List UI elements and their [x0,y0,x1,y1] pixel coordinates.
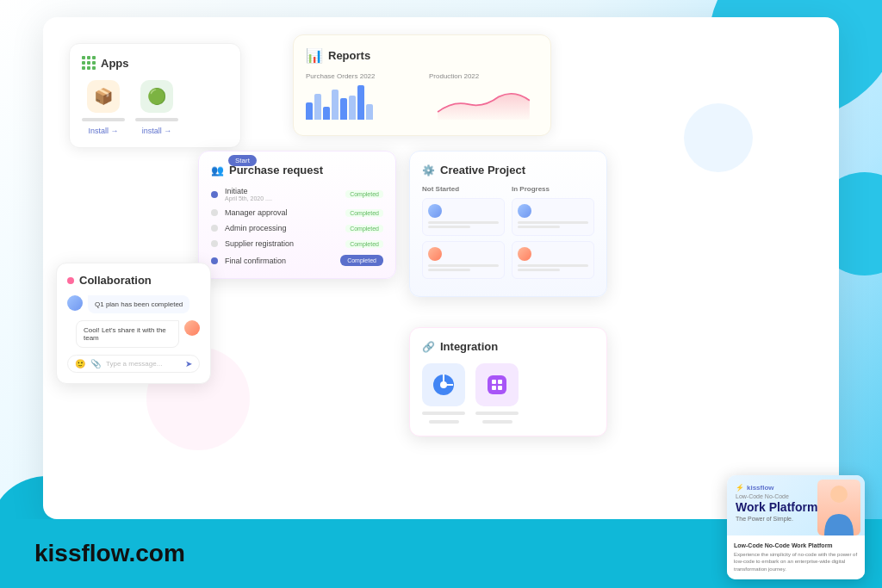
kanban-col-title-2: In Progress [512,185,594,193]
chat-text-1: Q1 plan has been completed [88,295,189,313]
svg-rect-6 [498,386,502,390]
reports-sections: Purchase Orders 2022 Production 2022 [306,72,538,123]
int-icon-purple [475,363,519,406]
kanban-col-title-1: Not Started [422,185,505,193]
bar-chart-po [306,85,415,120]
card-collab: Collaboration Q1 plan has been completed… [56,263,211,384]
kissflow-logo-icon: ⚡ [736,484,744,492]
attach-icon: 📎 [90,359,101,368]
integration-icons [422,363,594,424]
bar-3 [323,107,330,120]
bar-4 [332,90,339,120]
int-label-bar-2 [475,412,519,415]
ad-body-text: Experience the simplicity of no-code wit… [734,551,858,573]
ad-card[interactable]: ⚡ kissflow Low-Code No-Code Work Platfor… [727,475,865,579]
chat-input-row[interactable]: 🙂 📎 Type a message... ➤ [67,355,200,373]
step-label-3: Admin processing [225,224,339,232]
step-label-5: Final confirmation [225,257,333,265]
app-label-bar-2 [135,118,178,121]
svg-rect-2 [488,375,506,394]
int-label-bar-2b [482,420,512,424]
step-label-4: Supplier registration [225,239,339,248]
kanban-line-2 [428,226,470,228]
step-dot-5 [211,257,218,264]
step-status-2: Completed [345,209,383,217]
reports-header: 📊 Reports [306,47,538,64]
kanban-line-7 [518,264,588,267]
app-icon-orange: 📦 [87,80,120,113]
kanban-avatar-2 [428,247,442,261]
svg-point-8 [832,487,846,501]
bar-8 [366,104,373,120]
step-dot-4 [211,240,218,247]
kanban-avatar-4 [518,247,531,261]
kanban-line-8 [518,269,560,271]
step-sub-1: April 5th, 2020 .... [225,195,339,201]
kanban-line-6 [518,226,560,228]
kanban-line-4 [428,269,470,271]
report-section-prod: Production 2022 [429,72,538,123]
kanban-line-1 [428,221,499,224]
integration-item-2 [475,363,519,424]
bar-6 [349,96,356,120]
card-reports: 📊 Reports Purchase Orders 2022 Productio [293,34,551,136]
kanban-line-3 [428,264,499,267]
app-icon-green: 🟢 [140,80,173,113]
main-content: Apps 📦 Install → 🟢 install → 📊 Reports P… [43,17,839,519]
card-apps-header: Apps [82,56,228,70]
step-manager: Manager approval Completed [211,208,383,217]
bar-2 [314,94,321,120]
purchase-steps: Initiate April 5th, 2020 .... Completed … [211,187,383,266]
bar-7 [357,85,364,120]
report-section-po-title: Purchase Orders 2022 [306,72,415,80]
chat-input-placeholder: Type a message... [106,360,180,368]
step-status-4: Completed [345,240,383,248]
start-badge: Start [228,155,257,166]
step-label-2: Manager approval [225,208,339,217]
int-icon-blue [422,363,465,406]
step-final: Final confirmation Completed [211,255,383,266]
step-status-1: Completed [345,190,383,198]
ad-person-image [817,480,860,535]
ad-header: ⚡ kissflow Low-Code No-Code Work Platfor… [727,475,865,535]
apps-items: 📦 Install → 🟢 install → [82,80,228,135]
kanban-card-2 [422,241,505,279]
bar-1 [306,102,313,120]
report-section-po: Purchase Orders 2022 [306,72,415,123]
bar-5 [340,98,347,120]
integration-title: Integration [440,340,498,353]
kanban-col-not-started: Not Started [422,185,505,284]
svg-rect-4 [498,380,502,384]
kissflow-logo-text: kissflow [747,484,774,492]
collab-header: Collaboration [67,274,200,287]
chat-avatar-2 [184,320,200,336]
kanban-card-1 [422,198,505,236]
report-section-prod-title: Production 2022 [429,72,538,80]
int-label-bar-1b [429,420,459,424]
kanban-avatar-3 [518,204,531,218]
ad-body-title: Low-Code No-Code Work Platform [734,542,858,548]
apps-title: Apps [101,57,129,70]
creative-header: ⚙️ Creative Project [422,164,594,176]
collab-title: Collaboration [79,274,152,287]
kanban-col-in-progress: In Progress [512,185,594,284]
collab-dot [67,277,74,284]
step-admin: Admin processing Completed [211,224,383,232]
chat-bubble-2: Cool! Let's share it with the team [67,320,200,348]
app-link-install[interactable]: Install → [88,127,118,135]
step-supplier: Supplier registration Completed [211,239,383,248]
app-link-install2[interactable]: install → [142,127,172,135]
creative-title: Creative Project [440,164,525,176]
step-status-5[interactable]: Completed [340,255,383,266]
ad-title-line1: Work Platform [736,500,817,514]
app-label-bar-1 [82,118,125,121]
svg-rect-3 [492,380,496,384]
card-integration: 🔗 Integration [409,327,607,436]
chat-bubble-1: Q1 plan has been completed [67,295,200,313]
card-creative: ⚙️ Creative Project Not Started In Progr… [409,151,607,297]
step-status-3: Completed [345,225,383,232]
apps-grid-icon [82,56,96,70]
svg-rect-5 [492,386,496,390]
send-icon[interactable]: ➤ [185,359,192,368]
reports-title: Reports [328,49,370,62]
